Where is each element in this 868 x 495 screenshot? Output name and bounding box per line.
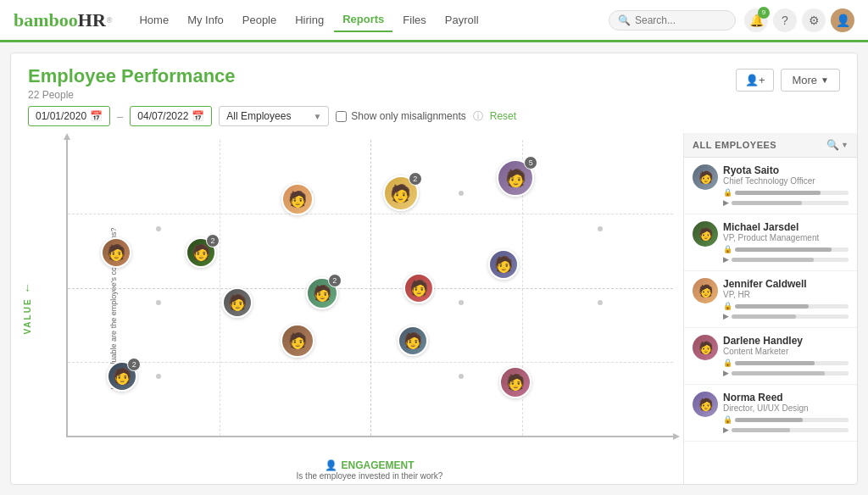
x-axis-label-container: 👤 ENGAGEMENT Is the employee invested in… — [66, 459, 673, 481]
date-to-input[interactable]: 04/07/2022 📅 — [130, 106, 212, 126]
emp1-avatar: 🧑 — [693, 164, 718, 190]
chart-plot: 🧑 🧑 2 🧑 🧑 2 🧑 5 — [66, 140, 673, 437]
emp3-bar2-fill — [732, 314, 796, 319]
avatar-13[interactable]: 🧑 — [499, 366, 531, 398]
avatar-12-container[interactable]: 🧑 2 — [107, 361, 137, 392]
emp5-avatar: 🧑 — [693, 392, 718, 417]
person-icon: 👤+ — [745, 74, 765, 86]
misalignment-label-text: Show only misalignments — [351, 110, 465, 122]
sidebar-search-icon: 🔍 — [826, 139, 839, 151]
scatter-dot-6 — [459, 300, 464, 305]
emp3-name: Jennifer Caldwell — [723, 278, 849, 290]
calendar-from-value: 01/01/2020 — [36, 110, 86, 122]
emp5-title: Director, UI/UX Design — [723, 403, 849, 413]
scatter-dot-8 — [598, 300, 603, 305]
nav-reports[interactable]: Reports — [334, 8, 392, 32]
y-axis-value-label: VALUE — [23, 298, 32, 334]
emp4-bar2-icon: ▶ — [723, 369, 729, 377]
help-tooltip-icon[interactable]: ⓘ — [473, 109, 483, 124]
user-avatar[interactable]: 👤 — [831, 8, 854, 32]
emp1-bar1-track — [735, 191, 849, 195]
date-from-input[interactable]: 01/01/2020 📅 — [28, 106, 110, 126]
avatar-5-container[interactable]: 🧑 5 — [497, 159, 534, 197]
search-box[interactable]: 🔍 — [609, 10, 736, 31]
notification-badge: 9 — [758, 7, 770, 19]
search-icon: 🔍 — [618, 14, 631, 26]
y-axis-arrow: ↑ — [25, 282, 31, 296]
emp2-name: Michael Jarsdel — [723, 221, 849, 233]
nav-payroll[interactable]: Payroll — [437, 8, 487, 31]
employee-item-2[interactable]: 🧑 Michael Jarsdel VP, Product Management… — [684, 214, 857, 271]
emp1-bar2-track — [732, 201, 849, 205]
emp5-bar2-icon: ▶ — [723, 425, 729, 434]
date-separator: – — [117, 110, 123, 123]
chevron-down-icon-2: ▼ — [313, 112, 321, 121]
emp2-bar2-track — [732, 258, 849, 262]
emp1-bar1-fill — [735, 191, 821, 195]
engagement-icon: 👤 — [325, 459, 337, 471]
emp3-bar2-icon: ▶ — [723, 312, 729, 320]
avatar-12-badge: 2 — [127, 358, 141, 371]
settings-icon[interactable]: ⚙ — [802, 8, 826, 32]
avatar-4-container[interactable]: 🧑 2 — [383, 175, 419, 211]
emp1-bar2-icon: ▶ — [723, 198, 729, 207]
avatar-8[interactable]: 🧑 — [403, 273, 434, 303]
nav-people[interactable]: People — [234, 8, 285, 31]
more-button[interactable]: More ▼ — [781, 69, 840, 92]
emp5-bar2-track — [732, 428, 849, 432]
logo[interactable]: bamboo HR ® — [14, 9, 112, 31]
avatar-7-container[interactable]: 🧑 2 — [306, 277, 338, 309]
avatar-9[interactable]: 🧑 — [488, 249, 519, 280]
emp2-bar1-icon: 🔒 — [723, 245, 732, 253]
x-axis-sub-text: Is the employee invested in their work? — [66, 471, 673, 481]
emp4-name: Darlene Handley — [723, 335, 849, 347]
emp4-bar1-track — [735, 361, 849, 365]
avatar-1[interactable]: 🧑 — [101, 237, 131, 268]
nav-home[interactable]: Home — [131, 8, 177, 31]
scatter-dot-5 — [459, 191, 464, 196]
nav-files[interactable]: Files — [394, 8, 434, 31]
notification-icon[interactable]: 🔔 9 — [744, 8, 768, 32]
nav-myinfo[interactable]: My Info — [179, 8, 232, 31]
search-input[interactable] — [635, 14, 726, 26]
chart-area: ↑ VALUE How valuable are the employee's … — [19, 133, 683, 484]
emp2-title: VP, Product Management — [723, 233, 849, 242]
emp1-bar1-icon: 🔒 — [723, 188, 732, 197]
employee-item-5[interactable]: 🧑 Norma Reed Director, UI/UX Design 🔒 ▶ — [684, 385, 857, 442]
y-axis-label-container: ↑ VALUE — [23, 282, 32, 334]
help-icon[interactable]: ? — [773, 8, 797, 32]
scatter-dot-1 — [156, 226, 161, 231]
add-people-button[interactable]: 👤+ — [736, 69, 775, 92]
avatar-10[interactable]: 🧑 — [281, 324, 314, 358]
nav-hiring[interactable]: Hiring — [287, 8, 332, 31]
emp4-bar2-fill — [732, 371, 825, 375]
scatter-dot-3 — [156, 374, 161, 379]
emp4-avatar: 🧑 — [693, 335, 718, 360]
avatar-3[interactable]: 🧑 — [281, 183, 314, 215]
emp5-bar1-icon: 🔒 — [723, 415, 732, 424]
avatar-6[interactable]: 🧑 — [222, 287, 253, 318]
main-content: Employee Performance 22 People 👤+ More ▼… — [10, 53, 858, 485]
avatar-2-container[interactable]: 🧑 2 — [186, 237, 216, 268]
employee-item-1[interactable]: 🧑 Ryota Saito Chief Technology Officer 🔒… — [684, 158, 857, 214]
sidebar-search-button[interactable]: 🔍 ▼ — [826, 139, 849, 151]
emp1-name: Ryota Saito — [723, 164, 849, 176]
employee-item-4[interactable]: 🧑 Darlene Handley Content Marketer 🔒 ▶ — [684, 328, 857, 385]
emp4-bar1-fill — [735, 361, 815, 365]
more-label: More — [792, 74, 817, 86]
employee-filter-select[interactable]: All Employees ▼ — [219, 106, 329, 126]
misalignment-checkbox[interactable] — [336, 111, 347, 122]
scatter-dot-7 — [459, 374, 464, 379]
sidebar-header: ALL EMPLOYEES 🔍 ▼ — [684, 133, 857, 158]
employee-item-3[interactable]: 🧑 Jennifer Caldwell VP, HR 🔒 ▶ — [684, 271, 857, 328]
avatar-11[interactable]: 🧑 — [398, 325, 428, 356]
reset-link[interactable]: Reset — [490, 110, 516, 122]
sidebar-title: ALL EMPLOYEES — [693, 140, 776, 150]
emp3-bar2-track — [732, 314, 849, 319]
x-axis-arrow-head — [673, 433, 680, 440]
avatar-2-badge: 2 — [206, 234, 220, 248]
emp2-avatar: 🧑 — [693, 221, 718, 247]
chart-sidebar-area: ↑ VALUE How valuable are the employee's … — [11, 133, 857, 484]
x-axis-label-text: ENGAGEMENT — [341, 459, 414, 471]
misalignment-checkbox-label[interactable]: Show only misalignments — [336, 110, 465, 122]
